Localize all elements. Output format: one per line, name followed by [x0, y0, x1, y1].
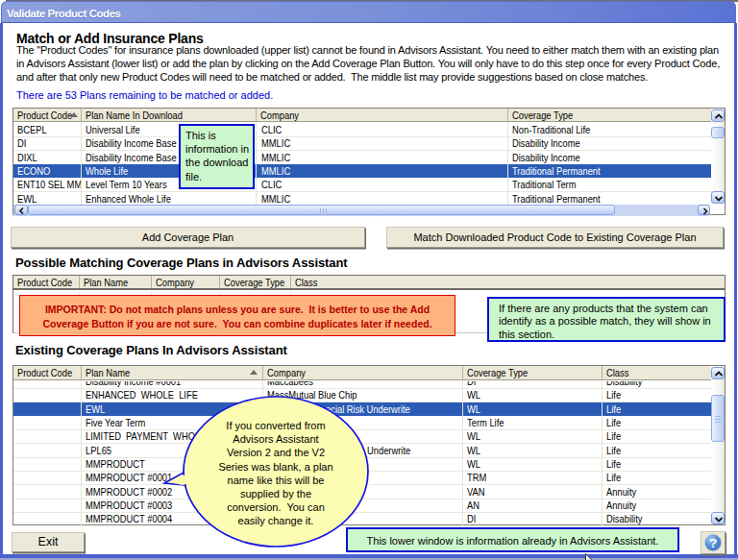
svg-text:?: ?: [709, 536, 717, 550]
